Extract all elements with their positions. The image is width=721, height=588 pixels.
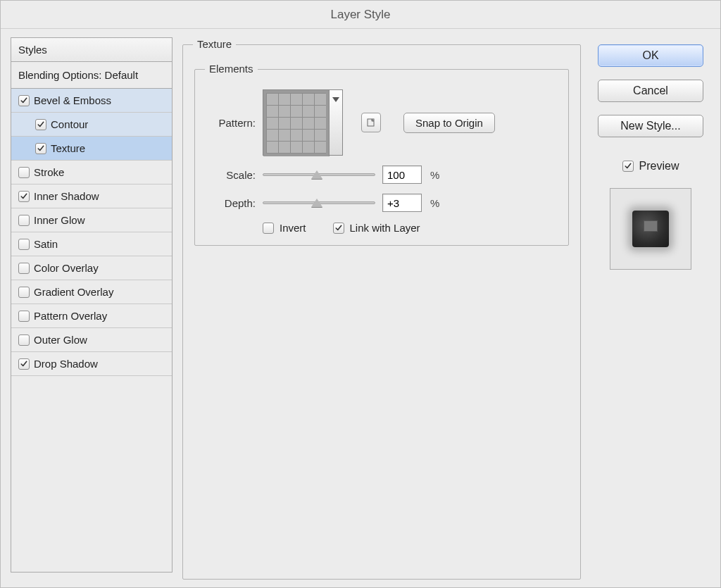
style-label: Pattern Overlay — [34, 310, 107, 322]
style-checkbox[interactable] — [35, 119, 46, 130]
style-label: Gradient Overlay — [34, 286, 113, 298]
invert-label: Invert — [280, 222, 306, 234]
scale-unit: % — [430, 169, 439, 181]
styles-header[interactable]: Styles — [11, 38, 172, 62]
style-checkbox[interactable] — [18, 215, 30, 226]
style-label: Drop Shadow — [34, 358, 98, 370]
layer-style-window: Layer Style Styles Blending Options: Def… — [0, 0, 721, 588]
style-label: Inner Shadow — [34, 190, 99, 202]
styles-item-texture[interactable]: Texture — [11, 137, 172, 161]
style-checkbox[interactable] — [18, 167, 30, 178]
style-label: Contour — [51, 118, 88, 130]
styles-item-bevel-emboss[interactable]: Bevel & Emboss — [11, 89, 172, 113]
link-checkbox[interactable] — [333, 223, 344, 234]
ok-button[interactable]: OK — [598, 44, 703, 67]
depth-row: Depth: % — [206, 194, 557, 212]
styles-item-stroke[interactable]: Stroke — [11, 161, 172, 184]
depth-slider[interactable] — [263, 196, 375, 210]
pattern-label: Pattern: — [206, 117, 256, 129]
preview-inner — [632, 211, 669, 247]
scale-row: Scale: % — [206, 165, 557, 184]
preview-checkbox[interactable] — [622, 161, 634, 172]
link-with-layer-option[interactable]: Link with Layer — [333, 222, 420, 234]
style-checkbox[interactable] — [18, 311, 30, 322]
style-label: Stroke — [34, 166, 64, 178]
snap-to-origin-button[interactable]: Snap to Origin — [403, 113, 495, 133]
styles-item-drop-shadow[interactable]: Drop Shadow — [11, 352, 172, 376]
styles-item-outer-glow[interactable]: Outer Glow — [11, 328, 172, 352]
style-checkbox[interactable] — [18, 263, 30, 274]
style-checkbox[interactable] — [18, 95, 30, 106]
texture-group: Texture Elements Pattern: — [182, 44, 581, 580]
styles-item-pattern-overlay[interactable]: Pattern Overlay — [11, 304, 172, 328]
pattern-row: Pattern: S — [206, 89, 557, 156]
styles-item-gradient-overlay[interactable]: Gradient Overlay — [11, 280, 172, 304]
blending-options-row[interactable]: Blending Options: Default — [11, 62, 172, 89]
new-pattern-button[interactable] — [361, 113, 381, 132]
styles-item-color-overlay[interactable]: Color Overlay — [11, 256, 172, 280]
style-checkbox[interactable] — [18, 191, 30, 202]
scale-label: Scale: — [206, 169, 256, 181]
styles-item-satin[interactable]: Satin — [11, 232, 172, 256]
scale-slider[interactable] — [263, 168, 375, 182]
chevron-down-icon — [332, 96, 339, 103]
elements-group-legend: Elements — [205, 63, 258, 75]
style-checkbox[interactable] — [18, 239, 30, 250]
style-label: Texture — [51, 142, 85, 154]
elements-group: Elements Pattern: — [194, 69, 569, 246]
style-label: Outer Glow — [34, 334, 87, 346]
window-title: Layer Style — [1, 1, 720, 29]
link-label: Link with Layer — [350, 222, 420, 234]
svg-marker-0 — [332, 97, 339, 102]
pattern-swatch[interactable] — [263, 90, 330, 156]
settings-panel: Texture Elements Pattern: — [182, 37, 581, 573]
styles-item-inner-glow[interactable]: Inner Glow — [11, 208, 172, 232]
style-checkbox[interactable] — [18, 334, 30, 346]
new-document-icon — [366, 118, 376, 127]
dialog-right-column: OK Cancel New Style... Preview — [591, 37, 710, 577]
depth-label: Depth: — [206, 197, 256, 209]
preview-thumbnail — [610, 188, 691, 270]
cancel-button[interactable]: Cancel — [598, 80, 703, 102]
invert-option[interactable]: Invert — [263, 222, 306, 234]
style-label: Satin — [34, 238, 58, 250]
styles-item-contour[interactable]: Contour — [11, 113, 172, 137]
new-style-button[interactable]: New Style... — [598, 115, 703, 137]
style-checkbox[interactable] — [35, 143, 46, 154]
depth-input[interactable] — [382, 194, 422, 212]
style-label: Inner Glow — [34, 214, 85, 226]
style-label: Bevel & Emboss — [34, 94, 111, 106]
pattern-picker[interactable] — [263, 89, 343, 156]
styles-item-inner-shadow[interactable]: Inner Shadow — [11, 184, 172, 208]
dialog-content: Styles Blending Options: Default Bevel &… — [1, 29, 720, 587]
preview-label: Preview — [639, 160, 679, 173]
style-checkbox[interactable] — [18, 358, 30, 370]
options-row: Invert Link with Layer — [263, 222, 557, 234]
preview-option[interactable]: Preview — [622, 160, 679, 173]
scale-input[interactable] — [382, 165, 422, 184]
style-checkbox[interactable] — [18, 287, 30, 298]
style-label: Color Overlay — [34, 262, 99, 274]
styles-sidebar: Styles Blending Options: Default Bevel &… — [11, 37, 173, 573]
depth-unit: % — [430, 197, 439, 209]
pattern-dropdown[interactable] — [330, 90, 342, 155]
invert-checkbox[interactable] — [263, 223, 274, 234]
texture-group-legend: Texture — [193, 38, 236, 50]
